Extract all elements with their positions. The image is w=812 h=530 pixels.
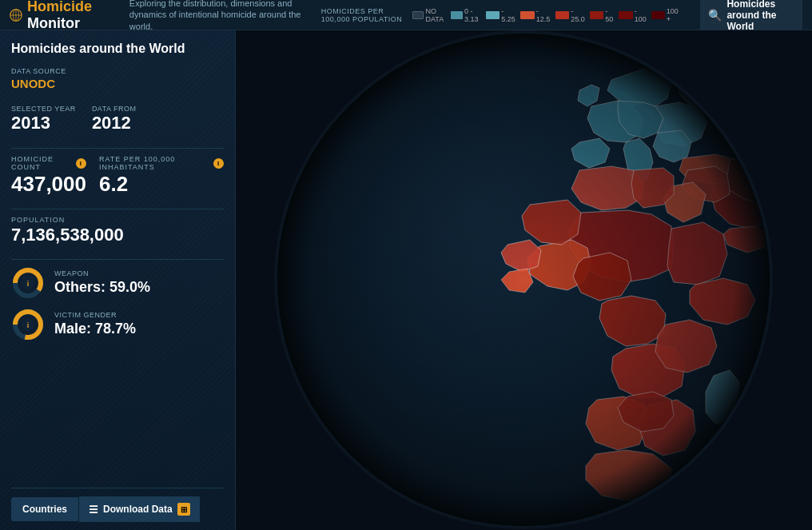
legend-item-nodata: NO DATA	[412, 7, 448, 23]
divider-1	[11, 148, 224, 149]
weapon-label: WEAPON	[54, 269, 150, 277]
search-title: Homicides around the World	[726, 0, 794, 32]
selected-year-value: 2013	[11, 113, 76, 133]
swatch-3	[555, 11, 569, 19]
logo-text: Homicide Monitor	[27, 0, 115, 32]
gender-stat: i VICTIM GENDER Male: 78.7%	[11, 308, 224, 341]
map-area[interactable]	[236, 30, 812, 530]
gender-label: VICTIM GENDER	[54, 311, 136, 319]
globe-svg	[236, 30, 812, 530]
rate-block: RATE PER 100,000 INHABITANTS i 6.2	[99, 155, 224, 196]
sidebar: Homicides around the World DATA SOURCE U…	[0, 30, 236, 530]
data-from-value: 2012	[92, 113, 137, 133]
svg-text:i: i	[27, 321, 30, 329]
weapon-donut: i	[11, 266, 45, 300]
homicide-count-label: HOMICIDE COUNT i	[11, 155, 86, 171]
data-from-label: DATA FROM	[92, 105, 137, 113]
logo-monitor: Monitor	[27, 15, 80, 31]
legend-item-3: - 25.0	[555, 7, 587, 23]
year-data-row: SELECTED YEAR 2013 DATA FROM 2012	[11, 105, 224, 133]
app-header: Homicide Monitor Exploring the distribut…	[0, 0, 812, 30]
download-button[interactable]: ☰ Download Data ⊞	[78, 496, 200, 522]
selected-year-block: SELECTED YEAR 2013	[11, 105, 76, 133]
logo-icon	[10, 6, 22, 24]
legend-item-0: 0 - 3.13	[451, 7, 483, 23]
logo-homicide: Homicide	[27, 0, 92, 14]
source-value: UNODC	[11, 77, 224, 90]
app-logo: Homicide Monitor	[10, 0, 115, 32]
bottom-buttons: Countries ☰ Download Data ⊞	[11, 488, 224, 522]
homicide-count-value: 437,000	[11, 173, 86, 196]
population-section: POPULATION 7,136,538,000	[11, 216, 224, 245]
swatch-0	[451, 11, 463, 19]
rate-value: 6.2	[99, 173, 224, 196]
population-value: 7,136,538,000	[11, 225, 224, 245]
svg-point-15	[276, 32, 771, 528]
rate-info-icon[interactable]: i	[213, 158, 224, 169]
gender-donut: i	[11, 308, 45, 341]
selected-year-label: SELECTED YEAR	[11, 105, 76, 113]
homicide-rate-row: HOMICIDE COUNT i 437,000 RATE PER 100,00…	[11, 155, 224, 196]
legend-item-2: - 12.5	[520, 7, 552, 23]
legend-item-6: 100 +	[651, 7, 681, 23]
homicide-count-block: HOMICIDE COUNT i 437,000	[11, 155, 86, 196]
weapon-info: WEAPON Others: 59.0%	[54, 269, 150, 296]
data-from-block: DATA FROM 2012	[92, 105, 137, 133]
download-icon: ⊞	[177, 503, 190, 516]
swatch-2	[520, 11, 534, 19]
swatch-4	[590, 11, 603, 19]
legend-item-4: - 50	[590, 7, 615, 23]
swatch-1	[486, 11, 500, 19]
source-section: DATA SOURCE UNODC	[11, 67, 224, 97]
legend-label: HOMICIDES PER 100,000 POPULATION	[321, 7, 406, 23]
population-label: POPULATION	[11, 216, 224, 224]
legend-item-1: - 5.25	[486, 7, 518, 23]
header-tagline: Exploring the distribution, dimensions a…	[129, 0, 321, 32]
divider-3	[11, 259, 224, 260]
search-icon: 🔍	[708, 9, 722, 22]
search-area[interactable]: 🔍 Homicides around the World	[700, 0, 802, 35]
divider-2	[11, 209, 224, 209]
countries-button[interactable]: Countries	[11, 497, 78, 521]
swatch-nodata	[412, 11, 424, 19]
legend-items: NO DATA 0 - 3.13 - 5.25 - 12.5 - 25.0 - …	[412, 7, 682, 23]
homicide-count-info-icon[interactable]: i	[76, 158, 86, 169]
svg-text:i: i	[27, 280, 30, 288]
gender-info: VICTIM GENDER Male: 78.7%	[54, 311, 136, 337]
sidebar-title: Homicides around the World	[11, 42, 224, 56]
main-content: Homicides around the World DATA SOURCE U…	[0, 30, 812, 530]
weapon-stat: i WEAPON Others: 59.0%	[11, 266, 224, 300]
header-legend: HOMICIDES PER 100,000 POPULATION NO DATA…	[321, 0, 802, 35]
swatch-5	[619, 11, 632, 19]
rate-label: RATE PER 100,000 INHABITANTS i	[99, 155, 224, 171]
source-label: DATA SOURCE	[11, 67, 224, 75]
legend-item-5: - 100	[619, 7, 648, 23]
list-icon: ☰	[89, 504, 98, 516]
swatch-6	[651, 11, 664, 19]
weapon-value: Others: 59.0%	[54, 279, 150, 296]
gender-value: Male: 78.7%	[54, 321, 136, 337]
